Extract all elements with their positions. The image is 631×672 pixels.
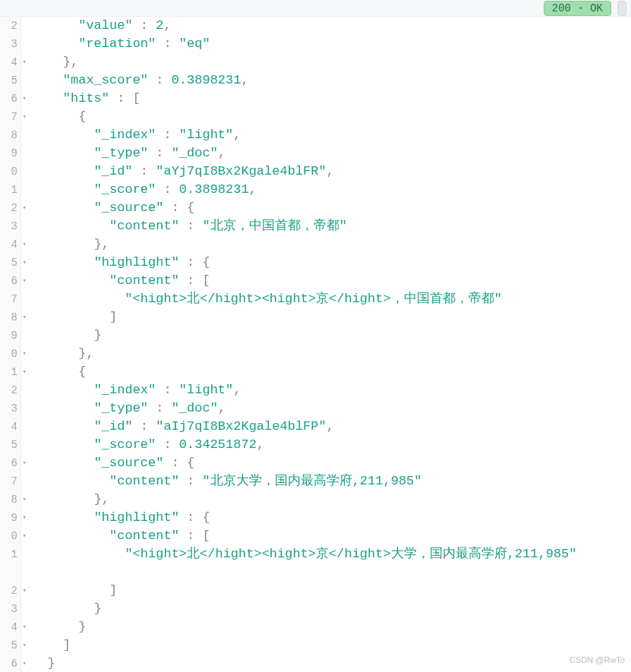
line-number: 1 bbox=[0, 181, 17, 199]
line-number: 3 bbox=[0, 399, 17, 418]
fold-toggle-icon[interactable]: ▾ bbox=[23, 582, 27, 600]
code-line: "_id" : "aIj7qI8Bx2Kgale4blFP", bbox=[32, 418, 631, 436]
line-number: 7▾ bbox=[0, 108, 17, 126]
fold-toggle-icon[interactable]: ▾ bbox=[23, 53, 27, 71]
code-content[interactable]: "value" : 2, "relation" : "eq" }, "max_s… bbox=[21, 17, 631, 672]
code-line: }, bbox=[32, 345, 631, 363]
code-line: } bbox=[32, 618, 631, 636]
code-line: "value" : 2, bbox=[32, 17, 631, 35]
line-number: 0▾ bbox=[0, 345, 17, 363]
fold-toggle-icon[interactable]: ▾ bbox=[23, 272, 27, 290]
status-badge[interactable]: 200 - OK bbox=[544, 1, 611, 16]
toolbar-other-button[interactable] bbox=[617, 1, 626, 16]
line-number: 8 bbox=[0, 126, 17, 144]
fold-toggle-icon[interactable]: ▾ bbox=[23, 90, 27, 108]
line-number: 3 bbox=[0, 600, 17, 618]
code-line: "hits" : [ bbox=[32, 90, 631, 108]
line-number: 9 bbox=[0, 144, 17, 162]
code-line: "<hight>北</hight><hight>京</hight>，中国首都，帝… bbox=[32, 290, 631, 308]
line-number: 7 bbox=[0, 290, 17, 308]
code-line: { bbox=[32, 363, 631, 381]
code-line: ] bbox=[32, 636, 631, 655]
fold-toggle-icon[interactable]: ▾ bbox=[23, 527, 27, 545]
line-number: 0 bbox=[0, 162, 17, 181]
code-line: } bbox=[32, 327, 631, 345]
line-number: 4 bbox=[0, 418, 17, 436]
code-line: ] bbox=[32, 308, 631, 327]
code-line: }, bbox=[32, 235, 631, 254]
line-number: 5 bbox=[0, 71, 17, 90]
line-number: 6▾ bbox=[0, 454, 17, 472]
line-number: 6▾ bbox=[0, 655, 17, 672]
code-line: "_score" : 0.34251872, bbox=[32, 436, 631, 454]
line-number: 6▾ bbox=[0, 90, 17, 108]
fold-toggle-icon[interactable]: ▾ bbox=[23, 363, 27, 381]
code-line: "_type" : "_doc", bbox=[32, 399, 631, 418]
watermark: CSDN @RwTo bbox=[569, 651, 625, 669]
line-number: 5▾ bbox=[0, 636, 17, 655]
code-line: "relation" : "eq" bbox=[32, 35, 631, 53]
code-line: "_id" : "aYj7qI8Bx2Kgale4blFR", bbox=[32, 162, 631, 181]
code-line: "highlight" : { bbox=[32, 254, 631, 272]
code-line: "<hight>北</hight><hight>京</hight>大学，国内最高… bbox=[32, 545, 631, 582]
code-line: } bbox=[32, 600, 631, 618]
code-line: "content" : [ bbox=[32, 527, 631, 545]
fold-toggle-icon[interactable]: ▾ bbox=[23, 308, 27, 327]
code-line: }, bbox=[32, 53, 631, 71]
line-number: 4▾ bbox=[0, 618, 17, 636]
line-number: 2▾ bbox=[0, 582, 17, 600]
code-line: "_index" : "light", bbox=[32, 381, 631, 399]
code-line: "_source" : { bbox=[32, 454, 631, 472]
code-line: "_type" : "_doc", bbox=[32, 144, 631, 162]
code-line: } bbox=[32, 655, 631, 672]
fold-toggle-icon[interactable]: ▾ bbox=[23, 345, 27, 363]
line-number: 7 bbox=[0, 472, 17, 491]
code-line: "_source" : { bbox=[32, 199, 631, 217]
code-line: { bbox=[32, 108, 631, 126]
line-number: 8▾ bbox=[0, 308, 17, 327]
line-number: 6▾ bbox=[0, 272, 17, 290]
line-number: 2 bbox=[0, 381, 17, 399]
toolbar: 200 - OK bbox=[0, 0, 631, 17]
fold-toggle-icon[interactable]: ▾ bbox=[23, 254, 27, 272]
line-number: 1 bbox=[0, 545, 17, 582]
fold-toggle-icon[interactable]: ▾ bbox=[23, 235, 27, 254]
line-number: 3 bbox=[0, 35, 17, 53]
code-line: "content" : "北京大学，国内最高学府,211,985" bbox=[32, 472, 631, 491]
line-number: 8▾ bbox=[0, 491, 17, 509]
line-number: 3 bbox=[0, 217, 17, 235]
fold-toggle-icon[interactable]: ▾ bbox=[23, 199, 27, 217]
code-editor[interactable]: 234▾56▾7▾89012▾34▾5▾6▾78▾90▾1▾23456▾78▾9… bbox=[0, 17, 631, 672]
line-number: 4▾ bbox=[0, 235, 17, 254]
code-line: "max_score" : 0.3898231, bbox=[32, 71, 631, 90]
code-line: ] bbox=[32, 582, 631, 600]
fold-toggle-icon[interactable]: ▾ bbox=[23, 618, 27, 636]
fold-toggle-icon[interactable]: ▾ bbox=[23, 655, 27, 672]
line-number: 5▾ bbox=[0, 254, 17, 272]
line-number: 2 bbox=[0, 17, 17, 35]
fold-toggle-icon[interactable]: ▾ bbox=[23, 491, 27, 509]
code-line: "_index" : "light", bbox=[32, 126, 631, 144]
gutter: 234▾56▾7▾89012▾34▾5▾6▾78▾90▾1▾23456▾78▾9… bbox=[0, 17, 21, 672]
line-number: 9 bbox=[0, 327, 17, 345]
line-number: 2▾ bbox=[0, 199, 17, 217]
code-line: "content" : "北京，中国首都，帝都" bbox=[32, 217, 631, 235]
fold-toggle-icon[interactable]: ▾ bbox=[23, 509, 27, 527]
code-line: "highlight" : { bbox=[32, 509, 631, 527]
fold-toggle-icon[interactable]: ▾ bbox=[23, 108, 27, 126]
code-line: "_score" : 0.3898231, bbox=[32, 181, 631, 199]
line-number: 0▾ bbox=[0, 527, 17, 545]
fold-toggle-icon[interactable]: ▾ bbox=[23, 636, 27, 655]
line-number: 5 bbox=[0, 436, 17, 454]
line-number: 4▾ bbox=[0, 53, 17, 71]
code-line: }, bbox=[32, 491, 631, 509]
code-line: "content" : [ bbox=[32, 272, 631, 290]
line-number: 1▾ bbox=[0, 363, 17, 381]
line-number: 9▾ bbox=[0, 509, 17, 527]
fold-toggle-icon[interactable]: ▾ bbox=[23, 454, 27, 472]
